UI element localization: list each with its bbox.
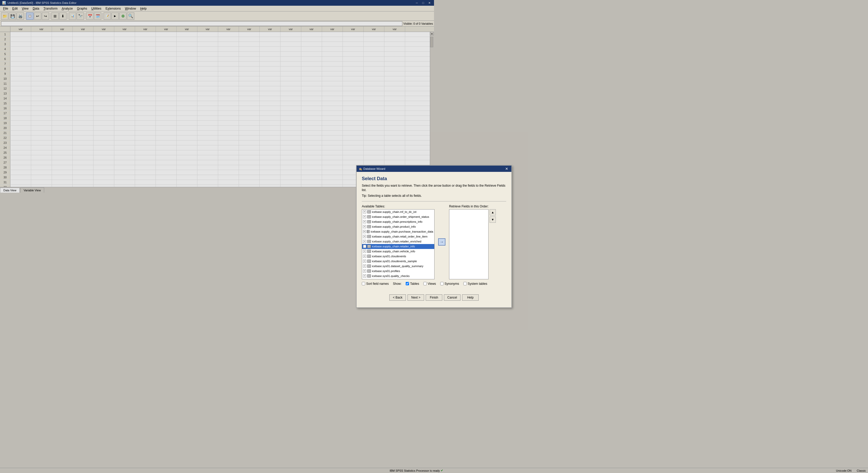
table-icon (367, 215, 371, 218)
list-item[interactable]: +icebase.supply_chain.prescriptions_info (362, 219, 434, 224)
expand-icon: + (363, 220, 366, 223)
dialog-divider (362, 201, 434, 201)
list-item[interactable]: +icebase.supply_chain.purchase_transacti… (362, 229, 434, 234)
expand-icon: + (363, 210, 366, 213)
list-item[interactable]: +icebase.supply_chain.mf_to_dc_iot (362, 210, 434, 215)
table-name: icebase.supply_chain.mf_to_dc_iot (372, 210, 416, 213)
list-item[interactable]: +icebase.supply_chain.product_info (362, 224, 434, 229)
expand-icon: + (363, 215, 366, 218)
two-panel: Available Tables: +icebase.supply_chain.… (362, 204, 434, 236)
dialog-titlebar: 🧙 Database Wizard ✕ (356, 166, 434, 172)
left-panel: Available Tables: +icebase.supply_chain.… (362, 204, 434, 236)
table-icon (367, 210, 371, 213)
table-icon (367, 230, 370, 233)
table-name: icebase.supply_chain.retail_order_line_i… (372, 235, 428, 236)
table-icon (367, 220, 371, 223)
table-name: icebase.supply_chain.order_shipment_stat… (372, 215, 429, 218)
dialog-titlebar-left: 🧙 Database Wizard (359, 167, 385, 170)
table-name: icebase.supply_chain.prescriptions_info (372, 220, 422, 223)
expand-icon: + (363, 225, 366, 228)
list-item[interactable]: +icebase.supply_chain.order_shipment_sta… (362, 215, 434, 219)
table-name: icebase.supply_chain.product_info (372, 225, 416, 228)
dialog-body: Select Data Select the fields you want t… (356, 172, 434, 236)
expand-icon: + (363, 235, 366, 236)
available-tables-listbox[interactable]: +icebase.supply_chain.mf_to_dc_iot+iceba… (362, 209, 434, 236)
dialog-title-text: Database Wizard (363, 167, 385, 170)
database-wizard-dialog: 🧙 Database Wizard ✕ Select Data Select t… (356, 165, 434, 236)
left-panel-label: Available Tables: (362, 204, 434, 208)
dialog-wizard-icon: 🧙 (359, 167, 362, 170)
dialog-heading: Select Data (362, 176, 434, 182)
expand-icon: + (363, 230, 366, 233)
dialog-description: Select the fields you want to retrieve. … (362, 184, 434, 192)
dialog-tip: Tip: Selecting a table selects all of it… (362, 194, 434, 197)
modal-overlay: 🧙 Database Wizard ✕ Select Data Select t… (0, 0, 434, 236)
table-icon (367, 225, 371, 228)
table-name: icebase.supply_chain.purchase_transactio… (371, 230, 433, 233)
list-item[interactable]: +icebase.supply_chain.retail_order_line_… (362, 234, 434, 236)
table-icon (367, 235, 371, 236)
